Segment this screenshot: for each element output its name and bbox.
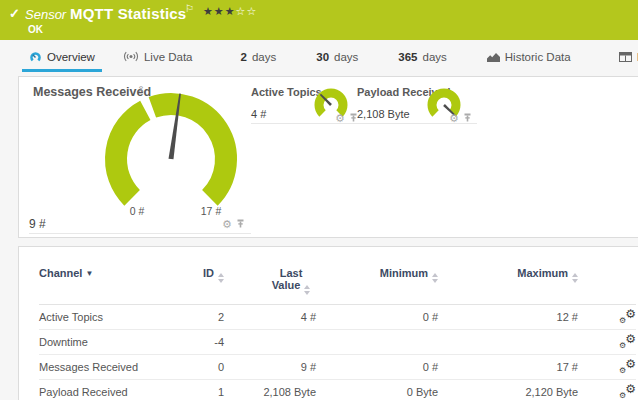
tab-365-days[interactable]: 365 days [391,47,453,72]
table-row: Active Topics 2 4 # 0 # 12 # ⚙⚙ [39,305,636,330]
secondary-gauge-dial [309,87,353,131]
tab-number: 30 [316,51,329,63]
sensor-status-badge: OK [28,24,43,35]
tab-bar: Overview Live Data 2 days 30 days 365 da… [22,47,638,71]
gauge-min-label: 0 # [130,205,145,217]
primary-gauge-dial [59,83,283,233]
divider [357,123,477,124]
gauges-panel: Messages Received x̄ 0 # 17 # 9 # ⚙ Acti… [18,76,638,238]
column-label: ID [203,267,214,279]
pin-icon[interactable] [236,219,245,230]
sensor-title: MQTT Statistics [70,5,186,22]
column-label: Maximum [517,267,568,279]
stars-empty[interactable]: ☆☆ [236,5,258,17]
priority-flag-icon[interactable]: ⚐ [185,3,194,14]
primary-gauge: x̄ 0 # 17 # [59,83,283,233]
cell-id: 2 [179,305,224,330]
average-marker: x̄ [139,84,144,94]
tab-overview[interactable]: Overview [22,47,102,72]
gear-icon: ⚙ [619,316,626,325]
cell-last-value: 9 # [224,355,316,380]
column-label: Minimum [380,267,428,279]
status-check-icon: ✓ [9,6,20,21]
tab-historic-data[interactable]: Historic Data [480,47,578,72]
tab-2-days[interactable]: 2 days [234,47,284,72]
cell-minimum: 0 # [316,305,438,330]
sensor-header: ✓ Sensor MQTT Statistics ⚐ ★★★☆☆ OK [0,0,638,40]
cell-last-value: 4 # [224,305,316,330]
table-row: Downtime -4 ⚙⚙ [39,330,636,355]
secondary-gauge-value: 4 # [251,108,266,120]
cell-minimum: 0 Byte [316,380,438,400]
tab-label: Overview [47,51,95,63]
stars-filled[interactable]: ★★★ [203,5,236,17]
secondary-gauge-value: 2,108 Byte [357,108,410,120]
gear-icon: ⚙ [625,332,636,346]
secondary-gauge-dial [422,87,466,131]
column-header-minimum[interactable]: Minimum [316,267,438,305]
tab-live-data[interactable]: Live Data [116,47,200,72]
cell-channel: Downtime [39,330,179,355]
cell-last-value: 2,108 Byte [224,380,316,400]
tab-30-days[interactable]: 30 days [309,47,365,72]
chart-icon [487,52,500,62]
cell-id: 0 [179,355,224,380]
sort-toggle-icon [304,285,310,295]
gear-icon[interactable]: ⚙ [222,219,232,230]
channel-table-panel: Channel▼ ID Last Value Minimum Maximum [18,246,638,400]
log-icon [619,52,632,62]
secondary-gauge [309,87,353,131]
tab-label: days [252,51,276,63]
column-header-channel[interactable]: Channel▼ [39,267,179,305]
tab-number: 2 [241,51,247,63]
priority-stars[interactable]: ★★★☆☆ [203,5,257,18]
column-label: Last Value [272,267,303,291]
gauge-toolbar: ⚙ [222,219,245,230]
tab-label: days [423,51,447,63]
cell-maximum: 2,120 Byte [438,380,578,400]
sort-desc-icon: ▼ [85,269,93,278]
tab-number: 365 [398,51,417,63]
cell-channel: Messages Received [39,355,179,380]
sensor-type-label: Sensor [25,7,66,22]
cell-maximum [438,330,578,355]
cell-id: -4 [179,330,224,355]
column-header-actions [578,267,636,305]
gauge-max-label: 17 # [201,205,221,217]
cell-last-value [224,330,316,355]
sort-toggle-icon [572,273,578,283]
tab-label: days [334,51,358,63]
column-header-id[interactable]: ID [179,267,224,305]
channel-settings-button[interactable]: ⚙⚙ [619,309,636,324]
sort-toggle-icon [218,273,224,283]
divider [29,233,251,234]
table-row: Messages Received 0 9 # 0 # 17 # ⚙⚙ [39,355,636,380]
secondary-gauge [422,87,466,131]
channel-settings-button[interactable]: ⚙⚙ [619,384,636,399]
cell-minimum [316,330,438,355]
gear-icon: ⚙ [625,307,636,321]
cell-minimum: 0 # [316,355,438,380]
gear-icon: ⚙ [619,391,626,400]
column-header-maximum[interactable]: Maximum [438,267,578,305]
table-row: Payload Received 1 2,108 Byte 0 Byte 2,1… [39,380,636,400]
divider [251,123,371,124]
cell-channel: Payload Received [39,380,179,400]
gear-icon: ⚙ [625,382,636,396]
cell-id: 1 [179,380,224,400]
table-header-row: Channel▼ ID Last Value Minimum Maximum [39,267,636,305]
cell-maximum: 12 # [438,305,578,330]
column-label: Channel [39,267,82,279]
tab-label: Live Data [144,51,193,63]
channel-settings-button[interactable]: ⚙⚙ [619,334,636,349]
gear-icon: ⚙ [619,366,626,375]
cell-channel: Active Topics [39,305,179,330]
channel-settings-button[interactable]: ⚙⚙ [619,359,636,374]
gear-icon: ⚙ [625,357,636,371]
live-signal-icon [123,51,139,62]
gear-icon: ⚙ [619,341,626,350]
channel-table: Channel▼ ID Last Value Minimum Maximum [39,267,636,400]
tab-log[interactable]: Log [612,47,638,72]
column-header-last-value[interactable]: Last Value [224,267,316,305]
gauge-icon [29,51,42,62]
